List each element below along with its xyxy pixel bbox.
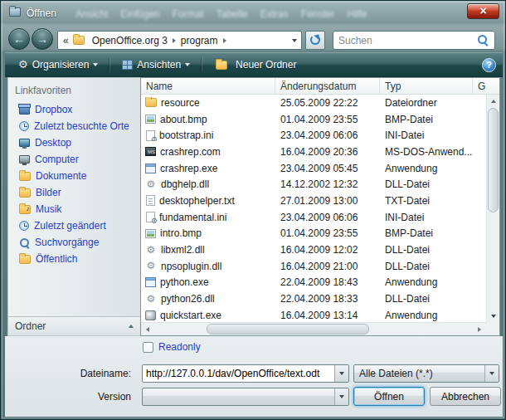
file-row[interactable]: intro.bmp 01.04.2009 23:55 BMP-Datei <box>141 226 486 242</box>
file-date: 22.04.2009 18:33 <box>275 293 380 305</box>
filename-dropdown-button[interactable] <box>334 365 348 382</box>
sidebar-item-documents[interactable]: Dokumente <box>8 168 140 184</box>
file-date: 14.12.2002 12:32 <box>275 178 380 190</box>
horizontal-scroll-thumb[interactable] <box>207 324 369 335</box>
open-button[interactable]: Öffnen <box>353 387 425 406</box>
file-row[interactable]: libxml2.dll 16.04.2009 12:02 DLL-Datei <box>141 242 486 258</box>
chevron-right-icon[interactable] <box>223 38 226 43</box>
dll-file-icon <box>145 294 157 305</box>
vertical-scrollbar[interactable] <box>486 95 499 322</box>
file-row[interactable]: crashrep.com 16.04.2009 20:36 MS-DOS-Anw… <box>141 144 486 160</box>
forward-button[interactable] <box>32 28 53 50</box>
folder-icon <box>73 36 85 45</box>
search-icon[interactable] <box>478 35 489 46</box>
background-menu-item: Hilfe <box>347 8 367 20</box>
chevron-down-icon <box>339 372 344 375</box>
sidebar-item-music[interactable]: Musik <box>8 201 140 217</box>
file-row[interactable]: bootstrap.ini 23.04.2009 06:06 INI-Datei <box>141 127 486 144</box>
dropbox-icon <box>19 105 30 115</box>
file-row[interactable]: desktophelper.txt 27.01.2009 13:00 TXT-D… <box>141 193 486 209</box>
favorites-sidebar: Linkfavoriten Dropbox Zuletzt besuchte O… <box>7 77 140 336</box>
sidebar-item-label: Öffentlich <box>36 253 77 265</box>
sidebar-item-computer[interactable]: Computer <box>8 151 140 168</box>
ini-file-icon <box>146 130 155 141</box>
horizontal-scrollbar[interactable] <box>141 322 486 335</box>
filename-combobox[interactable] <box>142 364 349 383</box>
readonly-label[interactable]: Readonly <box>158 341 201 353</box>
file-type: TXT-Datei <box>380 195 473 207</box>
file-type: BMP-Datei <box>380 114 473 125</box>
sidebar-item-recent-changes[interactable]: Zuletzt geändert <box>8 217 140 234</box>
refresh-button[interactable] <box>305 31 325 50</box>
dll-file-icon <box>145 179 157 190</box>
back-button[interactable] <box>8 28 30 50</box>
breadcrumb-overflow[interactable]: « <box>62 35 71 46</box>
address-bar[interactable]: « OpenOffice.org 3 program <box>57 31 302 50</box>
column-header-date[interactable]: Änderungsdatum <box>275 78 380 94</box>
file-row[interactable]: resource 25.05.2009 22:22 Dateiordner <box>141 95 486 111</box>
column-header-type[interactable]: Typ <box>380 78 473 94</box>
version-dropdown-button[interactable] <box>334 388 348 405</box>
desktop-icon <box>19 139 30 147</box>
readonly-option[interactable]: Readonly <box>143 341 201 353</box>
text-file-icon <box>146 195 155 206</box>
file-rows: resource 25.05.2009 22:22 Dateiordner ab… <box>141 95 486 322</box>
sidebar-item-desktop[interactable]: Desktop <box>8 134 140 151</box>
arrow-left-icon <box>146 327 149 332</box>
navigation-bar: « OpenOffice.org 3 program <box>1 26 505 52</box>
breadcrumb-segment-openoffice[interactable]: OpenOffice.org 3 <box>89 35 171 46</box>
dialog-icon <box>9 7 21 17</box>
cancel-button[interactable]: Abbrechen <box>430 387 501 406</box>
file-row[interactable]: crashrep.exe 23.04.2009 05:45 Anwendung <box>141 160 486 177</box>
filename-input[interactable] <box>143 368 334 379</box>
sidebar-item-public[interactable]: Öffentlich <box>8 251 140 267</box>
sidebar-item-pictures[interactable]: Bilder <box>8 184 140 201</box>
version-combobox[interactable] <box>142 388 349 406</box>
help-icon[interactable] <box>482 58 496 72</box>
folders-expander[interactable]: Ordner <box>8 316 140 335</box>
filetype-value: Alle Dateien (*.*) <box>354 368 484 379</box>
scroll-up-button[interactable] <box>487 95 499 107</box>
title-bar[interactable]: Öffnen Ansicht Einfügen Format Tabelle E… <box>1 1 505 26</box>
scroll-down-button[interactable] <box>487 310 499 322</box>
documents-folder-icon <box>19 172 31 181</box>
search-box[interactable] <box>333 31 495 50</box>
chevron-right-icon[interactable] <box>173 38 176 43</box>
column-header-name[interactable]: Name <box>141 78 275 94</box>
favorites-header: Linkfavoriten <box>8 82 140 101</box>
toolbar-separator <box>109 57 110 72</box>
file-name: libxml2.dll <box>161 244 205 256</box>
column-header-size[interactable]: G <box>473 78 499 94</box>
file-type: Anwendung <box>380 310 473 321</box>
breadcrumb-segment-program[interactable]: program <box>178 35 221 46</box>
close-button[interactable] <box>467 3 499 19</box>
arrow-down-icon <box>491 315 496 318</box>
scroll-left-button[interactable] <box>141 323 154 335</box>
sidebar-item-searches[interactable]: Suchvorgänge <box>8 234 140 251</box>
scroll-right-button[interactable] <box>473 323 486 335</box>
forward-arrow-icon <box>32 29 52 49</box>
filetype-dropdown-button[interactable] <box>484 365 499 382</box>
vertical-scroll-thumb[interactable] <box>488 108 499 212</box>
sidebar-item-dropbox[interactable]: Dropbox <box>8 101 140 118</box>
background-menu-item: Ansicht <box>75 8 108 20</box>
new-folder-button[interactable]: Neuer Ordner <box>207 56 303 73</box>
file-row[interactable]: python.exe 22.04.2009 18:43 Anwendung <box>141 275 486 291</box>
filetype-combobox[interactable]: Alle Dateien (*.*) <box>353 364 499 383</box>
dll-file-icon <box>145 261 157 271</box>
file-row[interactable]: quickstart.exe 16.04.2009 13:14 Anwendun… <box>141 307 486 322</box>
background-menu-item: Fenster <box>301 8 335 20</box>
search-input[interactable] <box>337 32 474 48</box>
file-row[interactable]: npsoplugin.dll 16.04.2009 21:00 DLL-Date… <box>141 258 486 275</box>
sidebar-item-recent-places[interactable]: Zuletzt besuchte Orte <box>8 118 140 134</box>
file-row[interactable]: python26.dll 22.04.2009 18:33 DLL-Datei <box>141 291 486 307</box>
file-row[interactable]: dbghelp.dll 14.12.2002 12:32 DLL-Datei <box>141 176 486 193</box>
file-row[interactable]: fundamental.ini 23.04.2009 06:06 INI-Dat… <box>141 209 486 226</box>
views-button[interactable]: Ansichten <box>115 56 197 73</box>
file-row[interactable]: about.bmp 01.04.2009 23:55 BMP-Datei <box>141 111 486 128</box>
address-dropdown-icon[interactable] <box>292 39 297 42</box>
scrollbar-corner <box>486 322 499 335</box>
dialog-title: Öffnen <box>27 7 56 19</box>
organize-button[interactable]: Organisieren <box>12 56 105 73</box>
readonly-checkbox[interactable] <box>143 342 153 353</box>
